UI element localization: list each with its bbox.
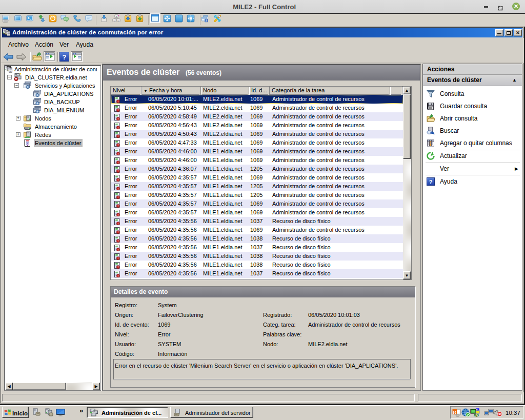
svg-text:C: C	[114, 19, 115, 22]
svg-text:A: A	[116, 15, 117, 18]
svg-text:hp: hp	[474, 413, 479, 417]
svg-text:?: ?	[63, 53, 67, 61]
svg-text:?: ?	[429, 179, 433, 185]
svg-text:2: 2	[206, 19, 207, 22]
svg-text:D: D	[118, 19, 119, 22]
svg-text:R: R	[453, 410, 456, 415]
